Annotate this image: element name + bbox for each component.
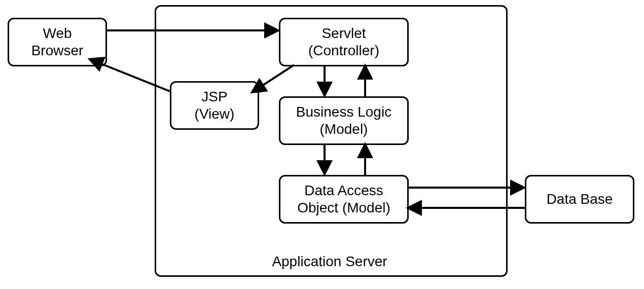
dao-box: Data Access Object (Model) [279, 175, 409, 224]
container-label-text: Application Server [272, 254, 387, 269]
business-logic-box: Business Logic (Model) [279, 96, 409, 145]
diagram-canvas: Application Server Web Browser Servlet (… [0, 0, 644, 289]
web-browser-box: Web Browser [8, 18, 107, 66]
database-box: Data Base [525, 175, 634, 224]
jsp-line2: (View) [195, 105, 235, 123]
servlet-box: Servlet (Controller) [279, 18, 409, 66]
dao-line2: Object (Model) [297, 199, 390, 216]
business-logic-line1: Business Logic [296, 103, 391, 121]
database-line1: Data Base [547, 191, 613, 208]
web-browser-line2: Browser [31, 42, 84, 59]
business-logic-line2: (Model) [320, 121, 368, 138]
jsp-box: JSP (View) [170, 81, 259, 130]
web-browser-line1: Web [43, 25, 71, 42]
servlet-line1: Servlet [321, 25, 366, 42]
dao-line1: Data Access [304, 182, 383, 199]
servlet-line2: (Controller) [308, 42, 379, 59]
application-server-label: Application Server [254, 254, 406, 270]
jsp-line1: JSP [201, 88, 227, 105]
